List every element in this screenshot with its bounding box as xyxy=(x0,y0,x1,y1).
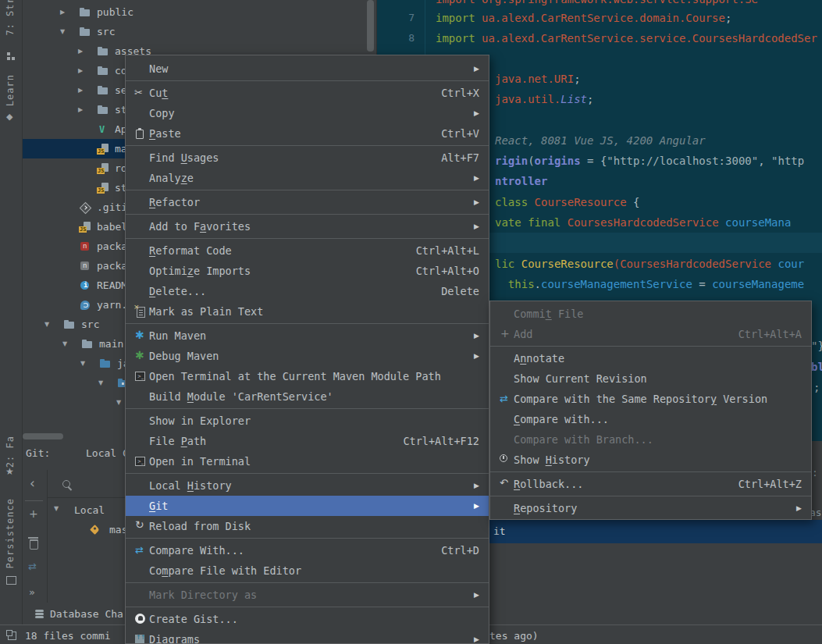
menu-item-diagrams[interactable]: Diagrams ▶ xyxy=(126,629,489,644)
menu-item-debug-maven[interactable]: Debug Maven ▶ xyxy=(126,346,489,366)
context-menu: New ▶ Cut Ctrl+X Copy ▶ Paste xyxy=(125,55,489,644)
submenu-item-commit-file[interactable]: Commit File xyxy=(490,304,811,324)
code-line: import ua.alexd.CarRentService.domain.Co… xyxy=(436,8,731,28)
submenu-item-show-current-revision[interactable]: Show Current Revision xyxy=(490,368,811,389)
menu-item-open-in-terminal[interactable]: Open in Terminal xyxy=(126,451,489,471)
tool-button-database-changelog[interactable]: Database Cha xyxy=(50,608,123,620)
menu-item-cut[interactable]: Cut Ctrl+X xyxy=(126,83,489,103)
learn-icon[interactable]: ◆ xyxy=(6,112,12,122)
ide-window: 7: Stru Learn ◆ 2: Fa ★ Persistence ▶ pu… xyxy=(0,0,822,644)
branch-group-local[interactable]: Local xyxy=(74,504,105,516)
menu-item-file-path[interactable]: File Path Ctrl+Alt+F12 xyxy=(126,431,489,451)
tool-button-learn[interactable]: Learn xyxy=(5,74,16,106)
submenu-item-annotate[interactable]: Annotate xyxy=(490,348,811,368)
submenu-item-compare-with-branch[interactable]: Compare with Branch... xyxy=(490,429,811,450)
menu-item-mark-directory-as[interactable]: Mark Directory as ▶ xyxy=(126,585,489,605)
rollback-icon xyxy=(498,478,514,490)
delete-icon[interactable] xyxy=(30,539,38,550)
submenu-item-compare-same-repository[interactable]: Compare with the Same Repository Version xyxy=(490,389,811,409)
menu-item-optimize-imports[interactable]: Optimize Imports Ctrl+Alt+O xyxy=(126,261,489,281)
submenu-item-repository[interactable]: Repository ▶ xyxy=(490,498,811,518)
menu-item-label: Copy xyxy=(149,107,175,119)
menu-item-copy[interactable]: Copy ▶ xyxy=(126,103,489,123)
star-icon[interactable]: ★ xyxy=(5,466,14,477)
compare-branches-icon[interactable]: ⇄ xyxy=(28,560,37,572)
menu-item-delete[interactable]: Delete... Delete xyxy=(126,281,489,301)
menu-item-show-in-explorer[interactable]: Show in Explorer xyxy=(126,411,489,431)
code-line: React, 8081 Vue JS, 4200 Angular xyxy=(495,130,706,151)
code-line: bl xyxy=(811,357,822,377)
menu-item-create-gist[interactable]: Create Gist... xyxy=(126,609,489,629)
submenu-item-show-history[interactable]: Show History xyxy=(490,450,811,470)
tree-item-public[interactable]: ▶ public xyxy=(23,2,375,22)
database-icon xyxy=(35,610,44,612)
tool-button-persistence[interactable]: Persistence xyxy=(5,498,16,568)
code-line: "} xyxy=(811,336,822,356)
submenu-arrow-icon: ▶ xyxy=(470,65,479,73)
tree-expand-arrow-icon[interactable]: ▶ xyxy=(59,9,79,16)
menu-item-build-module[interactable]: Build Module 'CarRentService' xyxy=(126,386,489,407)
menu-item-reformat-code[interactable]: Reformat Code Ctrl+Alt+L xyxy=(126,240,489,261)
menu-item-compare-file-with-editor[interactable]: Compare File with Editor xyxy=(126,560,489,581)
menu-item-local-history[interactable]: Local History ▶ xyxy=(126,475,489,496)
chevron-left-icon[interactable]: ‹ xyxy=(30,475,35,491)
tree-expand-arrow-icon[interactable]: ▶ xyxy=(77,106,97,113)
status-message-tail: tes ago) xyxy=(489,629,539,641)
structure-icon[interactable] xyxy=(7,52,10,55)
local-expand-arrow-icon[interactable]: ▼ xyxy=(53,505,59,512)
tree-item-label: main xyxy=(99,338,123,350)
menu-item-shortcut: Ctrl+Alt+O xyxy=(416,265,479,277)
menu-item-shortcut: Ctrl+V xyxy=(441,127,479,140)
reload-icon xyxy=(133,520,149,532)
window-icon[interactable] xyxy=(8,632,16,640)
menu-item-refactor[interactable]: Refactor ▶ xyxy=(126,192,489,212)
more-actions-icon[interactable]: » xyxy=(29,586,35,598)
js-icon xyxy=(97,162,109,175)
menu-item-compare-with[interactable]: Compare With... Ctrl+D xyxy=(126,540,489,560)
submenu-item-compare-with[interactable]: Compare with... xyxy=(490,409,811,429)
submenu-item-rollback[interactable]: Rollback... Ctrl+Alt+Z xyxy=(490,474,811,494)
tree-item-src[interactable]: ▼ src xyxy=(23,22,375,41)
persistence-icon[interactable] xyxy=(6,576,16,585)
menu-item-label: Delete... xyxy=(149,285,206,297)
tool-button-structure[interactable]: 7: Stru xyxy=(5,0,16,36)
folder-icon xyxy=(63,318,76,331)
submenu-arrow-icon: ▶ xyxy=(470,482,479,489)
submenu-arrow-icon: ▶ xyxy=(470,174,479,182)
tree-expand-arrow-icon[interactable]: ▶ xyxy=(77,87,97,94)
tree-expand-arrow-icon[interactable]: ▼ xyxy=(98,379,117,386)
submenu-item-add[interactable]: Add Ctrl+Alt+A xyxy=(490,324,811,344)
menu-item-git[interactable]: Git ▶ xyxy=(126,496,489,516)
menu-item-shortcut: Ctrl+D xyxy=(441,544,479,557)
tree-horizontal-scrollbar[interactable] xyxy=(23,433,63,439)
submenu-arrow-icon: ▶ xyxy=(470,332,479,340)
folder-blue-icon xyxy=(99,358,112,370)
tree-expand-arrow-icon[interactable]: ▼ xyxy=(80,360,99,367)
folder-icon xyxy=(97,65,109,77)
log-selected-row[interactable]: it xyxy=(436,520,822,543)
menu-item-open-terminal-maven[interactable]: Open Terminal at the Current Maven Modul… xyxy=(126,366,489,386)
menu-item-find-usages[interactable]: Find Usages Alt+F7 xyxy=(126,148,489,168)
search-icon[interactable] xyxy=(62,480,70,488)
tree-expand-arrow-icon[interactable]: ▶ xyxy=(77,48,97,55)
tree-item-label: yarn. xyxy=(97,299,127,311)
line-number: 7 xyxy=(396,8,415,28)
add-branch-icon[interactable]: + xyxy=(29,507,38,520)
menu-item-reload-from-disk[interactable]: Reload from Disk xyxy=(126,516,489,536)
tree-vertical-scrollbar[interactable] xyxy=(367,0,374,52)
menu-item-add-to-favorites[interactable]: Add to Favorites ▶ xyxy=(126,216,489,237)
menu-item-new[interactable]: New ▶ xyxy=(126,59,489,79)
paste-icon xyxy=(133,127,149,140)
menu-item-paste[interactable]: Paste Ctrl+V xyxy=(126,123,489,144)
menu-item-mark-as-plain-text[interactable]: Mark as Plain Text xyxy=(126,301,489,322)
menu-item-run-maven[interactable]: Run Maven ▶ xyxy=(126,326,489,346)
tree-expand-arrow-icon[interactable]: ▼ xyxy=(59,28,79,35)
submenu-item-label: Compare with Branch... xyxy=(514,433,653,446)
tree-expand-arrow-icon[interactable]: ▼ xyxy=(44,321,63,328)
tree-expand-arrow-icon[interactable]: ▼ xyxy=(62,340,81,347)
menu-item-shortcut: Ctrl+Alt+F12 xyxy=(403,435,479,447)
menu-item-analyze[interactable]: Analyze ▶ xyxy=(126,168,489,188)
tree-expand-arrow-icon[interactable]: ▶ xyxy=(77,67,97,74)
code-line: ntroller xyxy=(495,171,547,191)
tool-button-favorites[interactable]: 2: Fa xyxy=(5,436,16,468)
